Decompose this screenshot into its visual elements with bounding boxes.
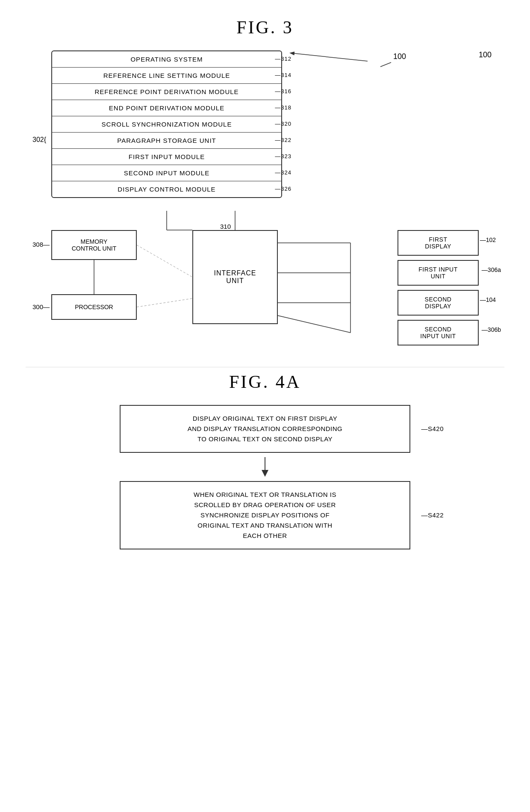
label-300: 300— xyxy=(32,303,50,310)
first-display-label: FIRSTDISPLAY xyxy=(425,236,451,250)
second-display-block: SECONDDISPLAY xyxy=(398,290,479,316)
svg-marker-15 xyxy=(262,470,268,477)
svg-line-12 xyxy=(137,298,192,307)
module-row-end-point: END POINT DERIVATION MODULE—318 xyxy=(52,100,281,116)
module-row-scroll-sync: SCROLL SYNCHRONIZATION MODULE—320 xyxy=(52,116,281,133)
flow-arrow-1 xyxy=(256,456,274,478)
module-row-display-ctrl: DISPLAY CONTROL MODULE—326 xyxy=(52,181,281,197)
svg-text:100: 100 xyxy=(393,52,406,61)
flow-box-s420-text: DISPLAY ORIGINAL TEXT ON FIRST DISPLAY A… xyxy=(188,415,342,443)
module-block-302: OPERATING SYSTEM—312 REFERENCE LINE SETT… xyxy=(51,50,282,198)
second-display-label: SECONDDISPLAY xyxy=(425,296,452,310)
svg-line-1 xyxy=(380,62,391,67)
label-302: 302{ xyxy=(32,136,46,144)
label-100: 100 xyxy=(479,50,492,59)
module-row-ref-point: REFERENCE POINT DERIVATION MODULE—316 xyxy=(52,84,281,100)
label-308: 308— xyxy=(32,241,50,248)
flow-box-s422: WHEN ORIGINAL TEXT OR TRANSLATION IS SCR… xyxy=(120,481,410,549)
flow-label-s422: —S422 xyxy=(421,510,444,520)
module-row-ref-line: REFERENCE LINE SETTING MODULE—314 xyxy=(52,68,281,84)
flow-box-s422-text: WHEN ORIGINAL TEXT OR TRANSLATION IS SCR… xyxy=(194,491,336,539)
memory-control-label: MEMORYCONTROL UNIT xyxy=(72,238,116,252)
module-row-operating-system: OPERATING SYSTEM—312 xyxy=(52,51,281,68)
first-input-unit-label: FIRST INPUTUNIT xyxy=(418,266,458,280)
processor-label: PROCESSOR xyxy=(75,304,113,310)
memory-control-block: MEMORYCONTROL UNIT xyxy=(51,230,137,260)
second-input-unit-label: SECONDINPUT UNIT xyxy=(420,326,456,340)
svg-line-10 xyxy=(278,316,350,333)
module-row-first-input: FIRST INPUT MODULE—323 xyxy=(52,149,281,165)
interface-unit-block: INTERFACEUNIT xyxy=(192,230,278,324)
fig4a-title: FIG. 4A xyxy=(26,372,504,392)
flow-label-s420: —S420 xyxy=(421,424,444,434)
ref-306a: —306a xyxy=(482,266,501,273)
module-row-second-input: SECOND INPUT MODULE—324 xyxy=(52,165,281,181)
ref-102: —102 xyxy=(480,236,496,243)
svg-line-6 xyxy=(137,245,192,277)
module-row-paragraph: PARAGRAPH STORAGE UNIT—322 xyxy=(52,133,281,149)
first-input-unit-block: FIRST INPUTUNIT xyxy=(398,260,479,286)
first-display-block: FIRSTDISPLAY xyxy=(398,230,479,256)
label-100-arrow: 100 xyxy=(368,50,419,68)
svg-line-13 xyxy=(291,53,368,61)
ref-104: —104 xyxy=(480,296,496,303)
interface-unit-label: INTERFACEUNIT xyxy=(214,269,256,285)
processor-block: PROCESSOR xyxy=(51,294,137,320)
fig3-title: FIG. 3 xyxy=(26,17,504,38)
ref-306b: —306b xyxy=(482,326,501,333)
second-input-unit-block: SECONDINPUT UNIT xyxy=(398,320,479,345)
flow-box-s420: DISPLAY ORIGINAL TEXT ON FIRST DISPLAY A… xyxy=(120,405,410,453)
label-310: 310 xyxy=(220,223,231,230)
